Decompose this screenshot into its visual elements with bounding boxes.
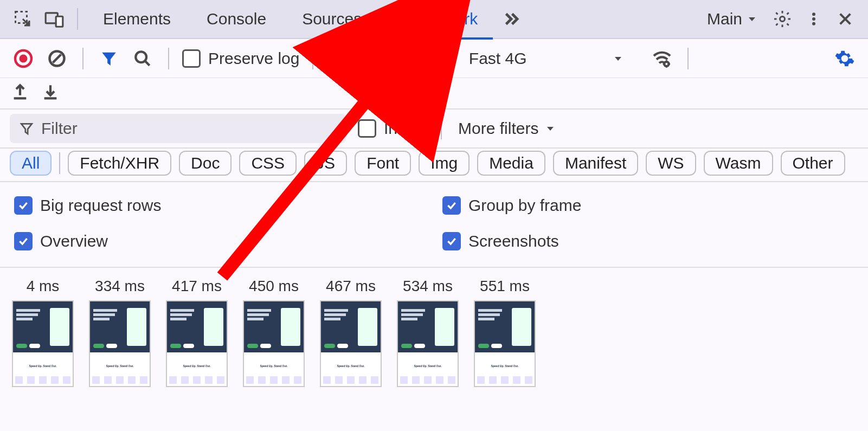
- filmstrip-frame[interactable]: 534 ms Speed Up. Stand Out.: [397, 278, 459, 387]
- svg-point-7: [812, 17, 815, 21]
- svg-point-6: [812, 12, 815, 16]
- frame-time: 467 ms: [326, 278, 376, 295]
- overview-checkbox[interactable]: Overview: [14, 232, 442, 250]
- frame-thumbnail: Speed Up. Stand Out.: [89, 300, 151, 387]
- type-pill-other[interactable]: Other: [781, 151, 845, 176]
- view-options: Big request rows Group by frame Overview…: [0, 182, 868, 268]
- network-toolbar: Preserve log Disable cache Fast 4G: [0, 39, 868, 78]
- frame-time: 334 ms: [95, 278, 145, 295]
- close-icon[interactable]: [832, 6, 858, 32]
- frame-thumbnail: Speed Up. Stand Out.: [320, 300, 382, 387]
- settings-gear-icon[interactable]: [769, 6, 795, 32]
- record-button[interactable]: [11, 46, 36, 71]
- svg-point-12: [136, 52, 146, 62]
- big-rows-label: Big request rows: [40, 196, 161, 215]
- svg-rect-3: [405, 17, 407, 21]
- frame-time: 450 ms: [249, 278, 299, 295]
- filter-placeholder: Filter: [41, 119, 78, 138]
- search-icon[interactable]: [130, 46, 155, 71]
- caret-down-icon: [612, 52, 625, 65]
- frame-thumbnail: Speed Up. Stand Out.: [397, 300, 459, 387]
- type-pill-font[interactable]: Font: [355, 151, 411, 176]
- svg-point-8: [812, 22, 815, 25]
- overview-label: Overview: [40, 232, 108, 250]
- type-pill-doc[interactable]: Doc: [179, 151, 232, 176]
- divider: [168, 48, 169, 69]
- tab-sources[interactable]: Sources: [287, 0, 377, 38]
- screenshot-filmstrip: 4 ms Speed Up. Stand Out. 334 ms Speed U…: [0, 268, 868, 397]
- preserve-log-label: Preserve log: [208, 49, 299, 68]
- big-request-rows-checkbox[interactable]: Big request rows: [14, 196, 442, 215]
- screenshots-checkbox[interactable]: Screenshots: [442, 232, 854, 250]
- filmstrip-frame[interactable]: 4 ms Speed Up. Stand Out.: [12, 278, 74, 387]
- invert-label: Invert: [384, 119, 425, 138]
- filmstrip-frame[interactable]: 551 ms Speed Up. Stand Out.: [474, 278, 536, 387]
- more-filters-button[interactable]: More filters: [458, 119, 557, 138]
- type-pill-media[interactable]: Media: [477, 151, 545, 176]
- caret-down-icon: [544, 122, 557, 135]
- kebab-menu-icon[interactable]: [801, 6, 827, 32]
- divider: [59, 152, 60, 174]
- network-conditions-icon[interactable]: [650, 46, 674, 71]
- clear-button[interactable]: [44, 46, 69, 71]
- caret-down-icon: [745, 12, 758, 25]
- filmstrip-frame[interactable]: 450 ms Speed Up. Stand Out.: [243, 278, 305, 387]
- import-har-icon[interactable]: [41, 83, 60, 104]
- type-pill-css[interactable]: CSS: [239, 151, 297, 176]
- disable-cache-checkbox[interactable]: Disable cache: [326, 49, 454, 68]
- preserve-log-checkbox[interactable]: Preserve log: [182, 49, 299, 68]
- warning-icon: [397, 11, 414, 27]
- type-pill-js[interactable]: JS: [304, 151, 347, 176]
- inspect-icon[interactable]: [10, 6, 36, 32]
- type-pill-ws[interactable]: WS: [646, 151, 696, 176]
- invert-checkbox[interactable]: Invert: [358, 119, 425, 138]
- frame-time: 4 ms: [27, 278, 60, 295]
- screenshots-label: Screenshots: [468, 232, 559, 250]
- tab-network[interactable]: Network: [382, 0, 493, 38]
- svg-point-5: [780, 17, 785, 22]
- group-frame-label: Group by frame: [468, 196, 581, 215]
- divider: [441, 118, 442, 139]
- filmstrip-frame[interactable]: 467 ms Speed Up. Stand Out.: [320, 278, 382, 387]
- svg-rect-2: [56, 16, 63, 27]
- divider: [312, 48, 313, 69]
- devtools-tabbar: Elements Console Sources Network Main: [0, 0, 868, 39]
- type-pill-fetch[interactable]: Fetch/XHR: [68, 151, 171, 176]
- context-selector[interactable]: Main: [702, 10, 764, 28]
- divider: [687, 48, 689, 69]
- throttling-select[interactable]: Fast 4G: [464, 49, 527, 68]
- device-toggle-icon[interactable]: [41, 6, 67, 32]
- funnel-icon: [20, 121, 34, 136]
- frame-thumbnail: Speed Up. Stand Out.: [243, 300, 305, 387]
- filter-input[interactable]: Filter: [10, 114, 346, 143]
- frame-thumbnail: Speed Up. Stand Out.: [166, 300, 228, 387]
- divider: [82, 48, 83, 69]
- type-pill-all[interactable]: All: [10, 151, 52, 176]
- frame-thumbnail: Speed Up. Stand Out.: [12, 300, 74, 387]
- type-pill-img[interactable]: Img: [419, 151, 470, 176]
- filter-toggle-icon[interactable]: [97, 46, 121, 71]
- divider: [77, 8, 78, 30]
- frame-thumbnail: Speed Up. Stand Out.: [474, 300, 536, 387]
- svg-point-13: [664, 61, 668, 66]
- filmstrip-frame[interactable]: 334 ms Speed Up. Stand Out.: [89, 278, 151, 387]
- frame-time: 417 ms: [172, 278, 222, 295]
- tab-console[interactable]: Console: [191, 0, 281, 38]
- type-pill-wasm[interactable]: Wasm: [704, 151, 773, 176]
- tab-elements[interactable]: Elements: [88, 0, 186, 38]
- filmstrip-frame[interactable]: 417 ms Speed Up. Stand Out.: [166, 278, 228, 387]
- frame-time: 551 ms: [480, 278, 530, 295]
- group-by-frame-checkbox[interactable]: Group by frame: [442, 196, 854, 215]
- request-type-filters: All Fetch/XHR Doc CSS JS Font Img Media …: [0, 149, 868, 182]
- export-har-icon[interactable]: [11, 83, 29, 104]
- import-export-toolbar: [0, 78, 868, 110]
- svg-rect-4: [405, 22, 407, 24]
- more-tabs-icon[interactable]: [498, 6, 524, 32]
- disable-cache-label: Disable cache: [352, 49, 454, 68]
- filter-bar: Filter Invert More filters: [0, 110, 868, 149]
- svg-point-10: [20, 54, 28, 62]
- type-pill-manifest[interactable]: Manifest: [553, 151, 638, 176]
- network-settings-icon[interactable]: [832, 46, 857, 71]
- frame-time: 534 ms: [403, 278, 453, 295]
